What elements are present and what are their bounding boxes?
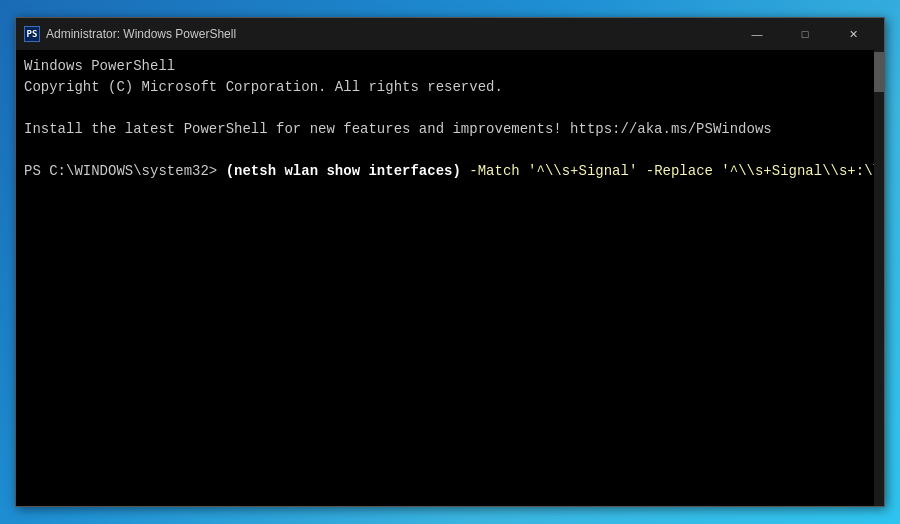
line-5 (24, 140, 876, 161)
cmd-param-match: -Match (461, 161, 528, 182)
cmd-string-2: '^\\s+Signal\\s+:\\s+','' (721, 161, 884, 182)
window-controls: — □ ✕ (734, 18, 876, 50)
minimize-button[interactable]: — (734, 18, 780, 50)
maximize-button[interactable]: □ (782, 18, 828, 50)
cmd-param-replace: -Replace (637, 161, 721, 182)
terminal-area[interactable]: Windows PowerShell Copyright (C) Microso… (16, 50, 884, 506)
scrollbar[interactable] (874, 50, 884, 506)
title-bar: PS Administrator: Windows PowerShell — □… (16, 18, 884, 50)
line-3 (24, 98, 876, 119)
app-icon: PS (24, 26, 40, 42)
line-4: Install the latest PowerShell for new fe… (24, 119, 876, 140)
prompt: PS C:\WINDOWS\system32> (24, 161, 226, 182)
line-1: Windows PowerShell (24, 56, 876, 77)
cmd-bold-part: (netsh wlan show interfaces) (226, 161, 461, 182)
powershell-window: PS Administrator: Windows PowerShell — □… (15, 17, 885, 507)
line-2: Copyright (C) Microsoft Corporation. All… (24, 77, 876, 98)
close-button[interactable]: ✕ (830, 18, 876, 50)
cmd-string-1: '^\\s+Signal' (528, 161, 637, 182)
command-line: PS C:\WINDOWS\system32> (netsh wlan show… (24, 161, 876, 182)
window-title: Administrator: Windows PowerShell (46, 27, 734, 41)
scrollbar-thumb[interactable] (874, 52, 884, 92)
